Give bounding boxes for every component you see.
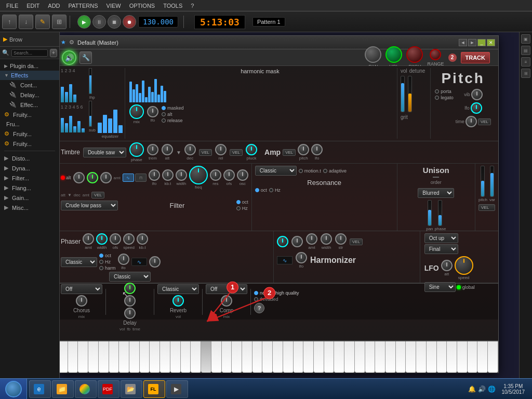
key-a3[interactable] [252, 341, 263, 373]
harm-lfo-ctrl[interactable] [296, 252, 307, 263]
amp-pitch-knob[interactable] [298, 144, 309, 155]
r1-knob-2[interactable] [87, 172, 98, 183]
time-vel-btn[interactable]: VEL [478, 118, 491, 125]
radio-alt[interactable]: alt [162, 112, 184, 117]
ofs-knob[interactable] [223, 169, 235, 181]
sidebar-plugin-da[interactable]: ▶ Plugin da... [0, 61, 59, 71]
radio-masked[interactable]: masked [162, 105, 184, 111]
phaser-lfo-knob[interactable] [118, 254, 129, 265]
lfo-knob-2[interactable] [149, 169, 160, 181]
hm-bar-9[interactable] [154, 79, 157, 102]
osc-bar-10[interactable] [82, 128, 85, 132]
phaser-speed-knob[interactable] [123, 233, 135, 245]
taskbar-item-chrome[interactable] [75, 380, 97, 398]
menu-file[interactable]: FILE [2, 2, 22, 10]
hm-bar-11[interactable] [161, 86, 163, 102]
menu-view[interactable]: VIEW [102, 2, 125, 10]
menu-help[interactable]: ? [187, 2, 198, 10]
key-b6[interactable] [477, 341, 488, 373]
width-knob[interactable] [176, 169, 187, 181]
key-d2[interactable] [140, 341, 150, 373]
menu-tools[interactable]: TOOLS [159, 2, 187, 10]
hm-bar-7[interactable] [148, 87, 151, 102]
sidebar-flang[interactable]: ▶ Flang... [0, 183, 59, 193]
freq-knob[interactable] [189, 166, 208, 184]
osc-bar-6[interactable] [65, 123, 68, 132]
radio-hz[interactable]: Hz [236, 206, 248, 211]
menu-add[interactable]: ADD [44, 2, 64, 10]
hm-bar-6[interactable] [145, 97, 148, 102]
pitch-vel-btn[interactable]: VEL [478, 204, 495, 211]
key-b4[interactable] [334, 341, 344, 373]
radio-normal-quality[interactable]: normal high quality [254, 290, 299, 296]
oct-up-dropdown[interactable]: Oct up [424, 233, 458, 243]
hm-bar-1[interactable] [129, 82, 132, 102]
chorus-mode-dropdown[interactable]: Off [61, 284, 102, 294]
harm-vel[interactable]: VEL [350, 238, 363, 245]
favorite-icon[interactable]: ★ [61, 39, 66, 46]
reverb-vol-knob[interactable] [172, 295, 184, 307]
lfo-knob[interactable] [147, 106, 158, 117]
vib-knob[interactable] [471, 89, 483, 100]
lfo-att-knob[interactable] [441, 260, 453, 271]
key-c7[interactable] [488, 341, 498, 373]
eq-bar-5[interactable] [118, 125, 123, 133]
key-g6[interactable] [457, 341, 468, 373]
wave-sine[interactable]: ∿ [123, 174, 134, 182]
timbre-dropdown[interactable]: Double saw [83, 148, 126, 157]
phaser-type-dropdown[interactable]: Classic [61, 257, 97, 267]
radio-porta[interactable]: porta [435, 89, 454, 94]
sidebar-dyna[interactable]: ▶ Dyna... [0, 163, 59, 173]
osc-bar-8[interactable] [73, 126, 76, 132]
phase-knob[interactable] [129, 142, 144, 157]
key-f5[interactable] [375, 341, 385, 373]
radio-ph-harm[interactable]: harm [99, 265, 116, 271]
harm-width-ctrl[interactable] [321, 233, 332, 245]
sidebar-cont[interactable]: 🔌 Cont... [0, 80, 59, 90]
pan-knob[interactable] [365, 46, 381, 63]
key-c6[interactable] [416, 341, 427, 373]
key-b3[interactable] [262, 341, 273, 373]
rel-knob[interactable] [215, 144, 227, 155]
key-a6[interactable] [468, 341, 478, 373]
key-e2[interactable] [150, 341, 160, 373]
delay-vol-knob[interactable] [124, 283, 136, 294]
sidebar-filter[interactable]: ▶ Filter... [0, 173, 59, 183]
detune-slider[interactable] [408, 76, 412, 112]
settings-icon[interactable]: ⚙ [69, 39, 74, 46]
taskbar-item-video[interactable]: ▶ [166, 380, 188, 398]
toolbar-btn-2[interactable]: ↓ [19, 15, 33, 29]
sidebar-misc[interactable]: ▶ Misc... [0, 203, 59, 212]
key-g4[interactable] [314, 341, 324, 373]
pitch-knob[interactable] [406, 46, 423, 63]
sidebar-fruity1[interactable]: ⚙ Fruity... [0, 110, 59, 119]
harm-str-ctrl[interactable] [335, 233, 347, 245]
hm-bar-5[interactable] [142, 81, 144, 102]
key-c3[interactable] [201, 341, 211, 373]
eq-bar-2[interactable] [103, 115, 107, 133]
rpanel-btn-1[interactable]: ▣ [521, 34, 530, 44]
filter-type-dropdown[interactable]: Crude low pass [61, 201, 118, 210]
radio-res-hz[interactable]: Hz [269, 188, 281, 193]
menu-edit[interactable]: EDIT [22, 2, 44, 10]
hm-bar-8[interactable] [151, 92, 154, 102]
sidebar-effec[interactable]: 🔌 Effec... [0, 100, 59, 110]
dec-vel[interactable]: VEL [199, 149, 212, 156]
trem-knob[interactable] [147, 144, 158, 155]
osc-bar-5[interactable] [61, 118, 64, 132]
lfo-type-dropdown[interactable]: Sine [424, 282, 456, 292]
key-c2[interactable] [129, 341, 140, 373]
radio-res-oct[interactable]: oct [255, 188, 267, 193]
key-g2[interactable] [170, 341, 181, 373]
key-f3[interactable] [232, 341, 242, 373]
key-g1[interactable] [99, 341, 109, 373]
reverb-mode-dropdown[interactable]: Classic [157, 284, 199, 294]
unison-pan-slider[interactable] [428, 200, 432, 226]
key-b5[interactable] [406, 341, 416, 373]
taskbar-item-pdf[interactable]: PDF [98, 380, 119, 398]
eq-bar-1[interactable] [98, 123, 102, 133]
vol-slider[interactable] [401, 76, 405, 112]
key-f6[interactable] [447, 341, 457, 373]
wave-square[interactable]: ⊓ [135, 174, 147, 182]
toolbar-btn-1[interactable]: ↑ [2, 15, 17, 29]
